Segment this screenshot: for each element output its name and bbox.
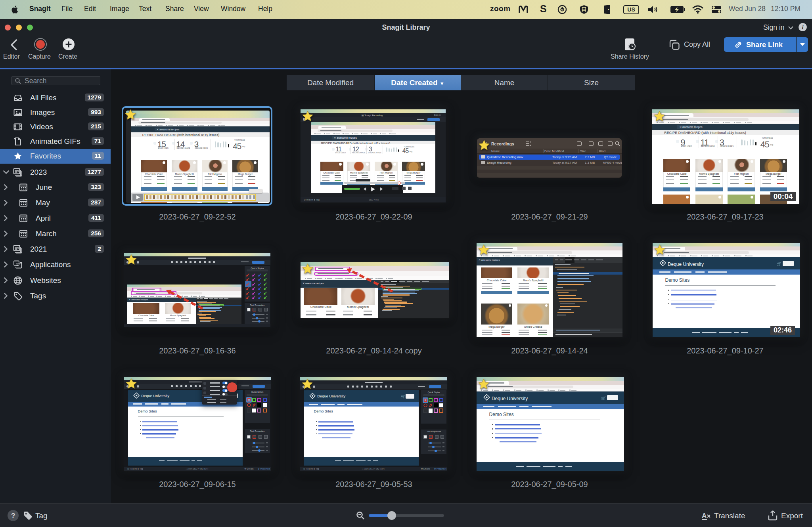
svg-text:A: A xyxy=(702,512,707,519)
